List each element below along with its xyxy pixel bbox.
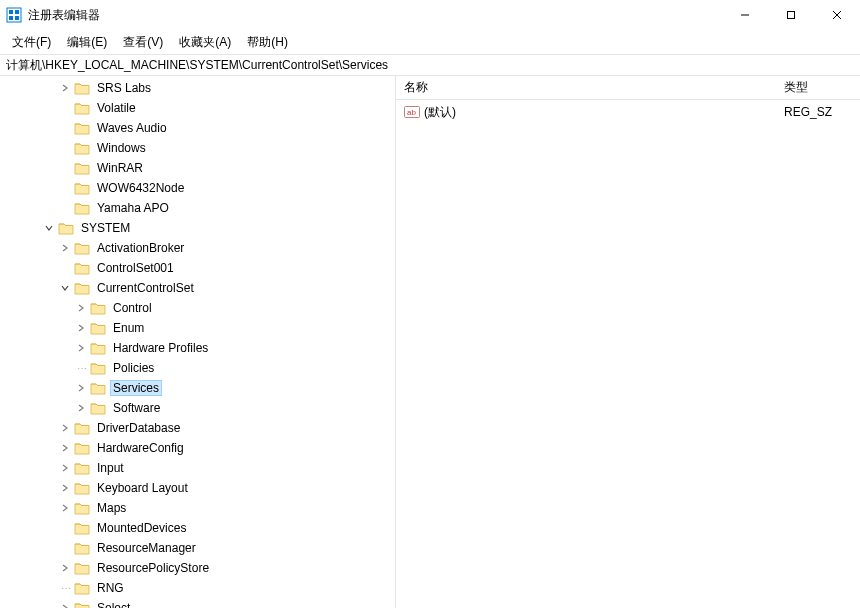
chevron-right-icon[interactable] — [58, 461, 72, 475]
main-area: SRS Labs Volatile Waves Audio Windows Wi… — [0, 76, 860, 608]
expander-blank — [58, 181, 72, 195]
tree-dots-icon: ⋯ — [58, 583, 72, 594]
tree-item[interactable]: Yamaha APO — [0, 198, 395, 218]
folder-icon — [74, 201, 90, 215]
folder-icon — [58, 221, 74, 235]
registry-app-icon — [6, 7, 22, 23]
chevron-right-icon[interactable] — [58, 481, 72, 495]
menu-file[interactable]: 文件(F) — [4, 32, 59, 53]
chevron-down-icon[interactable] — [42, 221, 56, 235]
menu-view[interactable]: 查看(V) — [115, 32, 171, 53]
chevron-right-icon[interactable] — [74, 321, 88, 335]
menu-help[interactable]: 帮助(H) — [239, 32, 296, 53]
value-type-cell: REG_SZ — [776, 105, 860, 119]
folder-icon — [74, 441, 90, 455]
registry-tree: SRS Labs Volatile Waves Audio Windows Wi… — [0, 76, 395, 608]
tree-item[interactable]: ActivationBroker — [0, 238, 395, 258]
tree-item-label: ControlSet001 — [94, 261, 177, 275]
folder-icon — [74, 521, 90, 535]
tree-item[interactable]: HardwareConfig — [0, 438, 395, 458]
tree-item-label: Control — [110, 301, 155, 315]
window-title: 注册表编辑器 — [28, 7, 100, 24]
minimize-button[interactable] — [722, 0, 768, 30]
menubar: 文件(F) 编辑(E) 查看(V) 收藏夹(A) 帮助(H) — [0, 30, 860, 54]
tree-item[interactable]: ResourcePolicyStore — [0, 558, 395, 578]
tree-item-label: SYSTEM — [78, 221, 133, 235]
chevron-right-icon[interactable] — [74, 301, 88, 315]
tree-item[interactable]: ⋯Policies — [0, 358, 395, 378]
tree-item[interactable]: WOW6432Node — [0, 178, 395, 198]
tree-item[interactable]: Input — [0, 458, 395, 478]
tree-item[interactable]: Volatile — [0, 98, 395, 118]
chevron-right-icon[interactable] — [58, 441, 72, 455]
chevron-right-icon[interactable] — [58, 601, 72, 608]
close-button[interactable] — [814, 0, 860, 30]
tree-item-label: Keyboard Layout — [94, 481, 191, 495]
tree-item[interactable]: Windows — [0, 138, 395, 158]
chevron-right-icon[interactable] — [58, 421, 72, 435]
folder-icon — [90, 401, 106, 415]
tree-item-label: Waves Audio — [94, 121, 170, 135]
folder-icon — [74, 541, 90, 555]
tree-item[interactable]: Waves Audio — [0, 118, 395, 138]
chevron-right-icon[interactable] — [74, 341, 88, 355]
tree-item[interactable]: WinRAR — [0, 158, 395, 178]
tree-item-label: MountedDevices — [94, 521, 189, 535]
chevron-right-icon[interactable] — [58, 81, 72, 95]
expander-blank — [58, 141, 72, 155]
tree-item-label: Volatile — [94, 101, 139, 115]
tree-item[interactable]: ⋯RNG — [0, 578, 395, 598]
svg-rect-1 — [9, 10, 13, 14]
chevron-down-icon[interactable] — [58, 281, 72, 295]
chevron-right-icon[interactable] — [58, 501, 72, 515]
tree-item-label: Select — [94, 601, 133, 608]
tree-dots-icon: ⋯ — [74, 363, 88, 374]
menu-edit[interactable]: 编辑(E) — [59, 32, 115, 53]
tree-item[interactable]: Hardware Profiles — [0, 338, 395, 358]
tree-item[interactable]: Select — [0, 598, 395, 608]
folder-icon — [90, 341, 106, 355]
tree-item-label: Maps — [94, 501, 129, 515]
chevron-right-icon[interactable] — [74, 381, 88, 395]
tree-item[interactable]: MountedDevices — [0, 518, 395, 538]
tree-item[interactable]: Software — [0, 398, 395, 418]
chevron-right-icon[interactable] — [58, 561, 72, 575]
tree-item-label: Enum — [110, 321, 147, 335]
tree-pane: SRS Labs Volatile Waves Audio Windows Wi… — [0, 76, 396, 608]
tree-item[interactable]: Maps — [0, 498, 395, 518]
list-row[interactable]: (默认)REG_SZ — [396, 102, 860, 122]
tree-item-label: CurrentControlSet — [94, 281, 197, 295]
expander-blank — [58, 541, 72, 555]
menu-favorites[interactable]: 收藏夹(A) — [171, 32, 239, 53]
tree-item[interactable]: DriverDatabase — [0, 418, 395, 438]
tree-item[interactable]: Enum — [0, 318, 395, 338]
folder-icon — [90, 361, 106, 375]
tree-scroll[interactable]: SRS Labs Volatile Waves Audio Windows Wi… — [0, 76, 395, 608]
tree-item[interactable]: CurrentControlSet — [0, 278, 395, 298]
address-bar[interactable]: 计算机\HKEY_LOCAL_MACHINE\SYSTEM\CurrentCon… — [0, 54, 860, 76]
column-header-type[interactable]: 类型 — [776, 76, 860, 99]
svg-rect-2 — [15, 10, 19, 14]
folder-icon — [90, 381, 106, 395]
expander-blank — [58, 121, 72, 135]
titlebar: 注册表编辑器 — [0, 0, 860, 30]
chevron-right-icon[interactable] — [58, 241, 72, 255]
tree-item[interactable]: SYSTEM — [0, 218, 395, 238]
svg-rect-4 — [15, 16, 19, 20]
tree-item[interactable]: SRS Labs — [0, 78, 395, 98]
column-header-name[interactable]: 名称 — [396, 76, 776, 99]
tree-item[interactable]: Keyboard Layout — [0, 478, 395, 498]
maximize-button[interactable] — [768, 0, 814, 30]
tree-item-label: RNG — [94, 581, 127, 595]
tree-item-label: ResourcePolicyStore — [94, 561, 212, 575]
chevron-right-icon[interactable] — [74, 401, 88, 415]
tree-item[interactable]: ControlSet001 — [0, 258, 395, 278]
folder-icon — [90, 321, 106, 335]
tree-item[interactable]: Services — [0, 378, 395, 398]
folder-icon — [74, 581, 90, 595]
tree-item[interactable]: Control — [0, 298, 395, 318]
value-name-cell: (默认) — [396, 104, 776, 121]
folder-icon — [74, 561, 90, 575]
expander-blank — [58, 101, 72, 115]
tree-item[interactable]: ResourceManager — [0, 538, 395, 558]
